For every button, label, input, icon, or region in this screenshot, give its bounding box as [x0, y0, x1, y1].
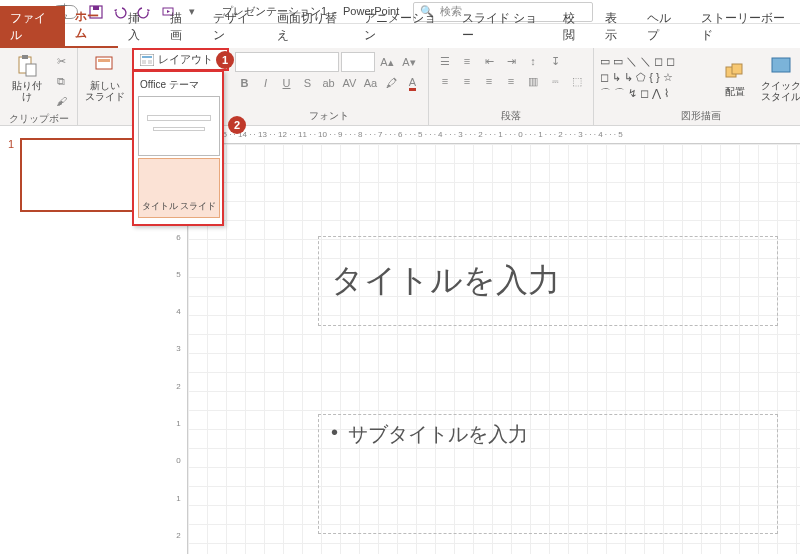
- align-center-icon[interactable]: ≡: [457, 72, 477, 90]
- layout-option-title-slide[interactable]: タイトル スライド: [138, 158, 220, 218]
- layout-button[interactable]: レイアウト ▾: [132, 48, 229, 71]
- new-slide-icon: [93, 54, 117, 78]
- layout-popup: Office テーマ タイトル スライド: [132, 70, 224, 226]
- change-case-icon[interactable]: Aa: [361, 74, 380, 92]
- callout-1: 1: [216, 51, 234, 69]
- bullets-icon[interactable]: ☰: [435, 52, 455, 70]
- cut-icon[interactable]: ✂: [51, 52, 71, 70]
- underline-icon[interactable]: U: [277, 74, 296, 92]
- arrange-icon: [723, 60, 747, 84]
- layout-button-label: レイアウト: [158, 52, 213, 67]
- svg-rect-7: [98, 59, 110, 62]
- columns-icon[interactable]: ▥: [523, 72, 543, 90]
- slide-viewport[interactable]: タイトルを入力 サブタイトルを入力: [188, 144, 800, 554]
- tab-animations[interactable]: アニメーション: [354, 6, 452, 48]
- arrange-button[interactable]: 配置: [714, 58, 756, 99]
- tab-file[interactable]: ファイル: [0, 6, 65, 48]
- font-family-combo[interactable]: [235, 52, 339, 72]
- group-font: A▴ A▾ B I U S ab AV Aa 🖍 A フォント: [229, 48, 429, 125]
- quick-styles-icon: [769, 54, 793, 78]
- font-highlight-icon[interactable]: 🖍: [382, 74, 401, 92]
- thumbnail-preview[interactable]: [20, 138, 150, 212]
- svg-rect-11: [148, 60, 152, 64]
- group-slides: 新しい スライド: [78, 48, 133, 125]
- paste-button[interactable]: 貼り付け: [6, 52, 47, 104]
- svg-rect-14: [772, 58, 790, 72]
- text-direction-icon[interactable]: ↧: [545, 52, 565, 70]
- layout-option-title-slide-preview[interactable]: [138, 96, 220, 156]
- bold-icon[interactable]: B: [235, 74, 254, 92]
- group-drawing: ▭ ▭ ＼ ＼ ◻ ◻ ◻ ↳ ↳ ⬠ { } ☆ ⌒ ⌒ ↯ ◻ ⋀ ⌇ 配置…: [594, 48, 800, 125]
- font-size-combo[interactable]: [341, 52, 375, 72]
- drawing-group-label: 図形描画: [600, 107, 800, 123]
- tab-insert[interactable]: 挿入: [118, 6, 160, 48]
- increase-indent-icon[interactable]: ⇥: [501, 52, 521, 70]
- svg-rect-4: [22, 55, 28, 59]
- ribbon: 貼り付け ✂ ⧉ 🖌 クリップボード 新しい スライド レイアウト ▾ Of: [0, 48, 800, 126]
- paste-icon: [15, 54, 39, 78]
- ribbon-tabs: ファイル ホーム 挿入 描画 デザイン 画面切り替え アニメーション スライド …: [0, 24, 800, 48]
- numbering-icon[interactable]: ≡: [457, 52, 477, 70]
- tab-design[interactable]: デザイン: [203, 6, 268, 48]
- subtitle-placeholder[interactable]: サブタイトルを入力: [318, 414, 778, 534]
- tab-slideshow[interactable]: スライド ショー: [452, 6, 553, 48]
- slide-canvas[interactable]: タイトルを入力 サブタイトルを入力: [188, 144, 800, 554]
- layout-dropdown-wrap: レイアウト ▾ Office テーマ タイトル スライド: [132, 48, 229, 71]
- tab-storyboard[interactable]: ストーリーボード: [691, 6, 800, 48]
- ruler-horizontal[interactable]: 16 · · 15 · · 14 · · 13 · · 12 · · 11 · …: [170, 126, 800, 144]
- italic-icon[interactable]: I: [256, 74, 275, 92]
- paragraph-group-label: 段落: [435, 107, 587, 123]
- workspace: 1 16 · · 15 · · 14 · · 13 · · 12 · · 11 …: [0, 126, 800, 554]
- convert-smartart-icon[interactable]: ⬚: [567, 72, 587, 90]
- group-paragraph: ☰ ≡ ⇤ ⇥ ↕ ↧ ≡ ≡ ≡ ≡ ▥ ⎓ ⬚ 段落: [429, 48, 594, 125]
- callout-2: 2: [228, 116, 246, 134]
- tab-review[interactable]: 校閲: [553, 6, 595, 48]
- tab-transitions[interactable]: 画面切り替え: [267, 6, 354, 48]
- tab-home[interactable]: ホーム: [65, 4, 118, 48]
- title-placeholder[interactable]: タイトルを入力: [318, 236, 778, 326]
- shapes-gallery[interactable]: ▭ ▭ ＼ ＼ ◻ ◻ ◻ ↳ ↳ ⬠ { } ☆ ⌒ ⌒ ↯ ◻ ⋀ ⌇: [600, 54, 710, 103]
- svg-rect-9: [142, 56, 152, 58]
- format-painter-icon[interactable]: 🖌: [51, 92, 71, 110]
- quick-styles-label: クイック スタイル: [761, 80, 800, 102]
- font-group-label: フォント: [235, 107, 422, 123]
- svg-rect-6: [96, 57, 112, 69]
- quick-styles-button[interactable]: クイック スタイル: [760, 52, 800, 104]
- svg-rect-5: [26, 64, 36, 76]
- align-text-icon[interactable]: ⎓: [545, 72, 565, 90]
- tab-help[interactable]: ヘルプ: [637, 6, 690, 48]
- layout-icon: [140, 54, 154, 66]
- copy-icon[interactable]: ⧉: [51, 72, 71, 90]
- layout-theme-header: Office テーマ: [138, 76, 218, 94]
- arrange-label: 配置: [725, 86, 745, 97]
- char-spacing-icon[interactable]: AV: [340, 74, 359, 92]
- increase-font-icon[interactable]: A▴: [377, 53, 397, 71]
- justify-icon[interactable]: ≡: [501, 72, 521, 90]
- font-color-icon[interactable]: A: [403, 74, 422, 92]
- decrease-indent-icon[interactable]: ⇤: [479, 52, 499, 70]
- decrease-font-icon[interactable]: A▾: [399, 53, 419, 71]
- strikethrough-icon[interactable]: S: [298, 74, 317, 92]
- layout-option-label: タイトル スライド: [139, 198, 219, 215]
- svg-rect-10: [142, 60, 146, 64]
- line-spacing-icon[interactable]: ↕: [523, 52, 543, 70]
- thumbnail-number: 1: [8, 138, 14, 212]
- group-clipboard: 貼り付け ✂ ⧉ 🖌 クリップボード: [0, 48, 78, 125]
- align-right-icon[interactable]: ≡: [479, 72, 499, 90]
- new-slide-button[interactable]: 新しい スライド: [84, 52, 126, 104]
- text-shadow-icon[interactable]: ab: [319, 74, 338, 92]
- canvas-area: 16 · · 15 · · 14 · · 13 · · 12 · · 11 · …: [170, 126, 800, 554]
- tab-view[interactable]: 表示: [595, 6, 637, 48]
- align-left-icon[interactable]: ≡: [435, 72, 455, 90]
- svg-rect-13: [732, 64, 742, 74]
- paste-label: 貼り付け: [8, 80, 45, 102]
- new-slide-label: 新しい スライド: [85, 80, 125, 102]
- tab-draw[interactable]: 描画: [160, 6, 202, 48]
